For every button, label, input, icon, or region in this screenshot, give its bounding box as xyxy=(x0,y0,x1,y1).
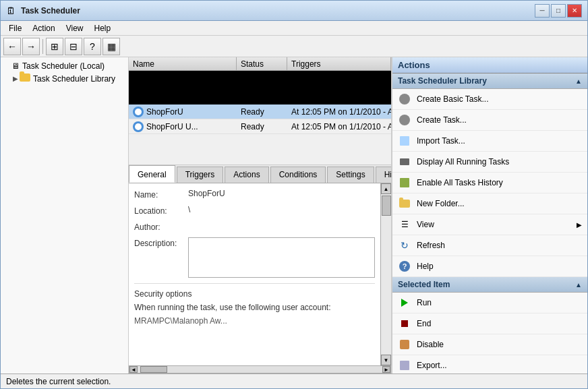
help-button[interactable]: ? xyxy=(84,38,101,55)
action-help-library[interactable]: ? Help xyxy=(392,256,587,277)
description-input[interactable] xyxy=(188,237,375,278)
run-icon xyxy=(398,296,411,309)
action-label-enable: Enable All Tasks History xyxy=(417,178,503,187)
scroll-down-arrow[interactable]: ▼ xyxy=(381,355,391,365)
action-label-run: Run xyxy=(417,298,432,307)
action-import-task[interactable]: Import Task... xyxy=(392,131,587,152)
window-controls: ─ □ ✕ xyxy=(535,4,582,18)
tab-content-area: Name: ShopForU Location: \ Author: De xyxy=(129,183,391,365)
task-status-1: Ready xyxy=(237,122,287,131)
forward-button[interactable]: → xyxy=(22,38,40,55)
location-value: \ xyxy=(188,205,375,214)
action-label-disable: Disable xyxy=(417,340,444,349)
section-header-selected[interactable]: Selected Item ▲ xyxy=(392,277,587,293)
task-status-0: Ready xyxy=(237,107,287,117)
back-button[interactable]: ← xyxy=(3,38,21,55)
tree-label-library: Task Scheduler Library xyxy=(33,74,115,84)
task-row-0[interactable]: ShopForU Ready At 12:05 PM on 1/1/2010 -… xyxy=(129,104,391,119)
action-view[interactable]: ☰ View ▶ xyxy=(392,214,587,235)
tree-label-local: Task Scheduler (Local) xyxy=(22,61,105,71)
action-disable[interactable]: Disable xyxy=(392,334,587,355)
left-panel: 🖥 Task Scheduler (Local) ▶ Task Schedule… xyxy=(1,57,129,373)
tree-item-local[interactable]: 🖥 Task Scheduler (Local) xyxy=(3,60,125,72)
security-account: MRAMPC\Malanoph Aw... xyxy=(134,316,375,326)
form-row-description: Description: xyxy=(134,237,375,278)
tab-actions[interactable]: Actions xyxy=(225,167,268,183)
action-export[interactable]: Export... xyxy=(392,355,587,373)
task-black-area xyxy=(129,71,391,104)
maximize-button[interactable]: □ xyxy=(551,4,566,18)
task-trigger-1: At 12:05 PM on 1/1/2010 - After trigge xyxy=(287,122,391,131)
actions-panel-header: Actions xyxy=(392,57,587,73)
scroll-track-v xyxy=(381,194,391,355)
tab-settings[interactable]: Settings xyxy=(327,167,374,183)
gear-icon xyxy=(398,92,411,106)
menu-file[interactable]: File xyxy=(3,22,27,34)
form-row-author: Author: xyxy=(134,221,375,232)
action-label-create-basic: Create Basic Task... xyxy=(417,94,489,104)
title-bar: 🗓 Task Scheduler ─ □ ✕ xyxy=(1,1,587,21)
task-trigger-0: At 12:05 PM on 1/1/2010 - After trigge xyxy=(287,107,391,117)
toolbar: ← → ⊞ ⊟ ? ▦ xyxy=(1,36,587,57)
detail-hscrollbar[interactable]: ◄ ► xyxy=(129,365,391,373)
task-icon-1 xyxy=(133,121,144,132)
disable-icon xyxy=(398,338,411,351)
help-icon: ? xyxy=(398,260,411,273)
action-run[interactable]: Run xyxy=(392,293,587,313)
action-create-task[interactable]: Create Task... xyxy=(392,110,587,131)
author-label: Author: xyxy=(134,221,188,232)
folder-icon-library xyxy=(20,73,30,84)
detail-vscrollbar[interactable]: ▲ ▼ xyxy=(380,183,391,365)
section-title-selected: Selected Item xyxy=(398,280,450,289)
end-icon xyxy=(398,317,411,330)
app-icon: 🗓 xyxy=(6,5,17,16)
action-end[interactable]: End xyxy=(392,313,587,334)
right-panel: Actions Task Scheduler Library ▲ Create … xyxy=(392,57,587,373)
action-create-basic[interactable]: Create Basic Task... xyxy=(392,89,587,110)
detail-scroll-thumb[interactable] xyxy=(140,366,167,373)
export-button[interactable]: ▦ xyxy=(102,38,120,55)
window-title: Task Scheduler xyxy=(21,6,535,16)
tab-bar: General Triggers Actions Conditions Sett… xyxy=(129,165,391,183)
task-row-1[interactable]: ShopForU U... Ready At 12:05 PM on 1/1/2… xyxy=(129,119,391,134)
tab-conditions[interactable]: Conditions xyxy=(270,167,326,183)
status-bar: Deletes the current selection. xyxy=(1,373,587,388)
task-name-0: ShopForU xyxy=(129,107,237,117)
action-new-folder[interactable]: New Folder... xyxy=(392,193,587,214)
tab-history[interactable]: Histor xyxy=(376,167,391,183)
menu-action[interactable]: Action xyxy=(27,22,60,34)
scroll-thumb-v[interactable] xyxy=(382,196,391,216)
action-enable-history[interactable]: Enable All Tasks History xyxy=(392,173,587,193)
folders-button[interactable]: ⊟ xyxy=(65,38,82,55)
section-header-library[interactable]: Task Scheduler Library ▲ xyxy=(392,73,587,89)
main-window: 🗓 Task Scheduler ─ □ ✕ File Action View … xyxy=(0,0,588,389)
form-row-name: Name: ShopForU xyxy=(134,189,375,200)
action-label-new-folder: New Folder... xyxy=(417,199,465,208)
tab-content-general: Name: ShopForU Location: \ Author: De xyxy=(129,183,380,365)
action-display-running[interactable]: Display All Running Tasks xyxy=(392,152,587,173)
main-content: 🖥 Task Scheduler (Local) ▶ Task Schedule… xyxy=(1,57,587,373)
detail-scroll-right[interactable]: ► xyxy=(382,366,390,373)
tab-triggers[interactable]: Triggers xyxy=(177,167,224,183)
menu-help[interactable]: Help xyxy=(89,22,117,34)
menu-view[interactable]: View xyxy=(61,22,89,34)
detail-panel: General Triggers Actions Conditions Sett… xyxy=(129,165,391,373)
close-button[interactable]: ✕ xyxy=(567,4,582,18)
tab-general[interactable]: General xyxy=(129,165,175,183)
menu-bar: File Action View Help xyxy=(1,21,587,36)
enable-icon xyxy=(398,176,411,189)
section-arrow-library: ▲ xyxy=(575,78,582,85)
scroll-up-arrow[interactable]: ▲ xyxy=(381,183,391,194)
new-folder-icon xyxy=(398,197,411,210)
view-icon: ☰ xyxy=(398,218,411,231)
export-icon xyxy=(398,359,411,372)
minimize-button[interactable]: ─ xyxy=(535,4,550,18)
task-icon-0 xyxy=(133,107,144,117)
action-label-import: Import Task... xyxy=(417,136,465,146)
refresh-button[interactable]: ⊞ xyxy=(46,38,63,55)
view-arrow-icon: ▶ xyxy=(577,221,582,229)
action-refresh[interactable]: ↻ Refresh xyxy=(392,235,587,256)
tree-item-library[interactable]: ▶ Task Scheduler Library xyxy=(3,72,125,85)
name-label: Name: xyxy=(134,189,188,200)
detail-scroll-left[interactable]: ◄ xyxy=(129,366,138,373)
